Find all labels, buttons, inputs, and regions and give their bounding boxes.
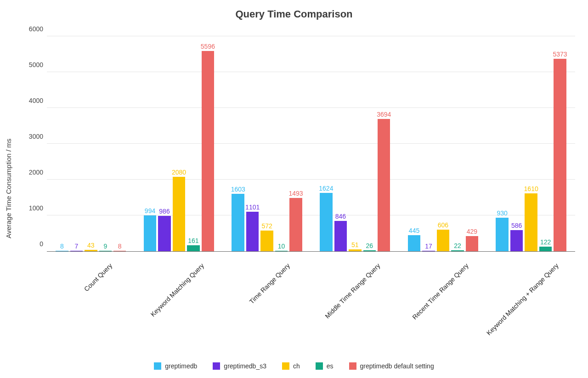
bar: 3694 [378,119,390,251]
bar-value-label: 5373 [553,51,567,59]
plot-area: 0100020003000400050006000874398994986208… [47,37,575,252]
y-tick-label: 2000 [29,169,47,176]
bar-value-label: 572 [261,222,272,231]
chart-container: Query Time Comparison Average Time Consu… [0,0,588,378]
legend-item: greptimedb [154,362,197,370]
bar-value-label: 17 [425,243,432,251]
y-tick-label: 0 [40,240,47,248]
legend-swatch [154,362,161,370]
x-tick-label: Time Range Query [248,262,292,305]
y-tick-label: 1000 [29,204,47,212]
bar-value-label: 8 [60,243,64,251]
bar: 1603 [232,194,244,251]
bar: 5373 [554,59,566,251]
bar-value-label: 7 [74,243,78,251]
bar-value-label: 1493 [289,190,303,198]
y-tick-label: 5000 [29,61,47,68]
x-tick-label: Keyword Matching + Range Query [485,262,560,337]
chart-title: Query Time Comparison [0,8,588,20]
y-tick-label: 6000 [29,25,47,33]
legend-item: greptimedb default setting [349,362,434,370]
bar: 5596 [202,51,214,251]
bar: 1101 [246,212,259,251]
bar-value-label: 43 [87,242,95,250]
bar-value-label: 2080 [172,169,186,177]
bar: 22 [451,250,464,251]
bar-value-label: 586 [511,222,522,230]
bar-value-label: 930 [497,209,508,218]
bar-value-label: 606 [438,221,448,230]
bar-value-label: 9 [103,243,107,251]
bar-value-label: 429 [467,228,477,236]
legend-swatch [316,362,323,370]
legend-label: greptimedb_s3 [224,362,266,370]
bar-group: 16031101572101493 [223,37,311,251]
legend-item: ch [282,362,300,370]
bar: 51 [349,249,361,251]
legend-label: es [327,362,334,370]
bar: 586 [510,230,523,251]
bar-value-label: 846 [335,213,346,221]
x-tick-label: Recent Time Range Query [411,262,470,321]
bar-group: 99498620801615596 [135,37,223,251]
bar: 930 [496,218,508,251]
legend-label: greptimedb default setting [360,362,434,370]
bar-value-label: 445 [409,227,419,235]
bar-value-label: 22 [454,242,461,250]
bar-value-label: 26 [366,242,373,250]
bar: 1493 [289,198,302,251]
bar: 606 [437,230,449,251]
bar-value-label: 5596 [201,43,215,51]
bar: 445 [408,235,420,251]
bar: 846 [334,221,347,251]
bar: 8 [56,251,68,251]
bar: 10 [275,251,288,251]
bar: 986 [158,216,170,251]
bar: 26 [363,250,376,251]
bar-value-label: 161 [188,237,198,245]
legend-swatch [213,362,220,370]
bar: 1624 [320,193,332,251]
bar-group: 93058616101225373 [487,37,575,251]
bar-group: 4451760622429 [399,37,487,251]
y-tick-label: 4000 [29,97,47,104]
bar-group: 874398 [47,37,135,251]
x-axis-labels: Count QueryKeyword Matching QueryTime Ra… [47,257,575,340]
legend: greptimedbgreptimedb_s3chesgreptimedb de… [0,362,588,370]
bar-value-label: 986 [159,208,170,216]
legend-swatch [349,362,356,370]
bar-value-label: 8 [118,243,122,251]
grid-line [47,36,575,36]
y-axis-label: Average Time Consumption / ms [5,138,12,238]
legend-swatch [282,362,289,370]
bar-value-label: 10 [278,243,285,251]
bar: 8 [113,251,126,251]
x-tick-label: Keyword Matching Query [149,262,205,318]
bar-value-label: 51 [351,241,359,249]
bar-value-label: 1624 [319,185,333,193]
bar: 429 [466,236,478,251]
legend-label: greptimedb [165,362,197,370]
bar: 17 [422,251,435,251]
y-tick-label: 3000 [29,133,47,140]
bar: 994 [144,215,156,251]
bar: 161 [187,245,199,251]
bar: 9 [99,251,112,251]
x-tick-label: Count Query [83,262,113,293]
bar-value-label: 1610 [524,185,538,193]
bar-value-label: 1101 [245,203,260,212]
bar: 43 [85,250,97,251]
bar-value-label: 122 [540,238,551,247]
legend-item: greptimedb_s3 [213,362,266,370]
bar-group: 162484651263694 [311,37,399,251]
bar: 1610 [525,193,537,251]
bar: 122 [539,247,552,251]
bar: 572 [260,231,273,251]
bar-value-label: 1603 [231,186,245,194]
bar: 7 [70,251,83,251]
bar: 2080 [173,177,185,251]
legend-label: ch [293,362,300,370]
legend-item: es [316,362,334,370]
bar-value-label: 994 [145,207,155,215]
x-tick-label: Middle Time Range Query [323,262,381,320]
